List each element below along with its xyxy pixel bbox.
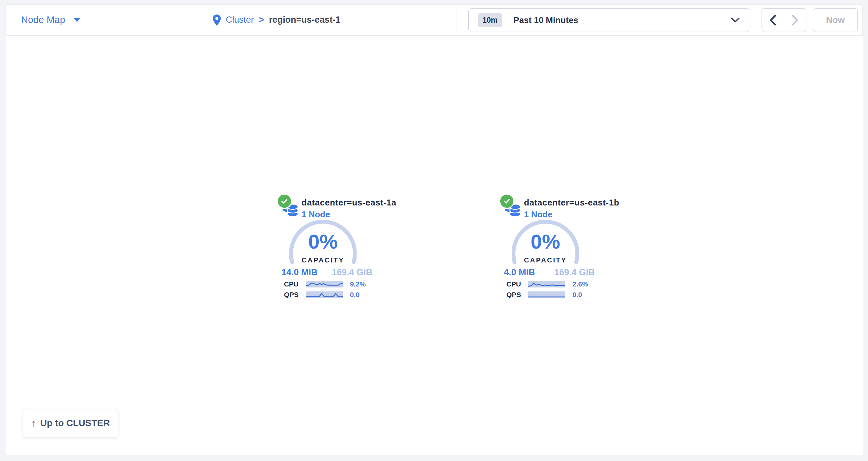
node-map-canvas: datacenter=us-east-1a 1 Node 0% CAPACITY… bbox=[6, 36, 863, 455]
topbar: Node Map Cluster > region=us-east-1 10m … bbox=[6, 4, 863, 36]
header-divider bbox=[456, 5, 457, 35]
time-next-button[interactable] bbox=[784, 8, 806, 32]
cpu-value: 9.2% bbox=[350, 280, 366, 288]
healthy-check-icon bbox=[277, 194, 292, 209]
capacity-label: CAPACITY bbox=[289, 256, 356, 264]
cpu-label: CPU bbox=[501, 280, 521, 288]
location-pin-icon bbox=[213, 14, 221, 26]
qps-label: QPS bbox=[501, 291, 521, 299]
datacenter-name: datacenter=us-east-1a bbox=[302, 198, 397, 208]
chevron-left-icon bbox=[770, 15, 776, 26]
time-range-dropdown[interactable]: 10m Past 10 Minutes bbox=[468, 8, 749, 32]
chevron-down-icon bbox=[731, 18, 740, 23]
caret-down-icon bbox=[74, 18, 80, 22]
chevron-right-icon bbox=[792, 15, 799, 26]
capacity-range: 14.0 MiB 169.4 GiB bbox=[281, 267, 372, 277]
capacity-used: 4.0 MiB bbox=[504, 267, 535, 277]
cpu-metric-row: CPU 2.6% bbox=[501, 280, 613, 289]
capacity-label: CAPACITY bbox=[512, 256, 579, 264]
cpu-metric-row: CPU 9.2% bbox=[279, 280, 391, 289]
up-to-cluster-label: Up to CLUSTER bbox=[40, 418, 110, 428]
datacenter-card-us-east-1b[interactable]: datacenter=us-east-1b 1 Node 0% CAPACITY… bbox=[499, 192, 614, 305]
qps-sparkline bbox=[306, 291, 343, 298]
time-range-badge: 10m bbox=[478, 13, 502, 27]
qps-value: 0.0 bbox=[572, 291, 582, 299]
healthy-check-icon bbox=[499, 194, 515, 209]
arrow-up-icon: ↑ bbox=[31, 418, 36, 428]
up-to-cluster-button[interactable]: ↑ Up to CLUSTER bbox=[23, 409, 118, 437]
metrics: CPU 9.2% QPS 0.0 bbox=[279, 280, 391, 301]
cpu-value: 2.6% bbox=[572, 280, 588, 288]
breadcrumb: Cluster > region=us-east-1 bbox=[213, 5, 340, 35]
datacenter-node-count: 1 Node bbox=[302, 209, 330, 220]
capacity-range: 4.0 MiB 169.4 GiB bbox=[504, 267, 595, 277]
time-range-label: Past 10 Minutes bbox=[514, 15, 578, 25]
time-nav-group bbox=[762, 8, 806, 32]
breadcrumb-separator: > bbox=[259, 15, 264, 25]
node-map-page: Node Map Cluster > region=us-east-1 10m … bbox=[0, 0, 868, 461]
breadcrumb-cluster-link[interactable]: Cluster bbox=[226, 15, 254, 25]
datacenter-name: datacenter=us-east-1b bbox=[524, 198, 619, 208]
breadcrumb-current: region=us-east-1 bbox=[269, 15, 340, 25]
cpu-sparkline bbox=[306, 281, 343, 288]
cpu-label: CPU bbox=[279, 280, 299, 288]
qps-metric-row: QPS 0.0 bbox=[501, 290, 613, 299]
qps-label: QPS bbox=[279, 291, 299, 299]
now-button[interactable]: Now bbox=[813, 8, 858, 32]
metrics: CPU 2.6% QPS 0.0 bbox=[501, 280, 613, 301]
capacity-total: 169.4 GiB bbox=[554, 267, 595, 277]
qps-sparkline bbox=[528, 291, 565, 298]
view-mode-label: Node Map bbox=[21, 14, 65, 25]
cpu-sparkline bbox=[528, 281, 565, 288]
capacity-used: 14.0 MiB bbox=[281, 267, 318, 277]
datacenter-card-us-east-1a[interactable]: datacenter=us-east-1a 1 Node 0% CAPACITY… bbox=[276, 192, 392, 305]
capacity-percent: 0% bbox=[512, 230, 579, 253]
time-prev-button[interactable] bbox=[762, 8, 784, 32]
datacenter-node-count: 1 Node bbox=[524, 209, 553, 220]
view-mode-dropdown[interactable]: Node Map bbox=[21, 5, 80, 35]
capacity-percent: 0% bbox=[289, 230, 356, 253]
qps-value: 0.0 bbox=[350, 291, 360, 299]
qps-metric-row: QPS 0.0 bbox=[279, 290, 391, 299]
capacity-total: 169.4 GiB bbox=[332, 267, 372, 277]
